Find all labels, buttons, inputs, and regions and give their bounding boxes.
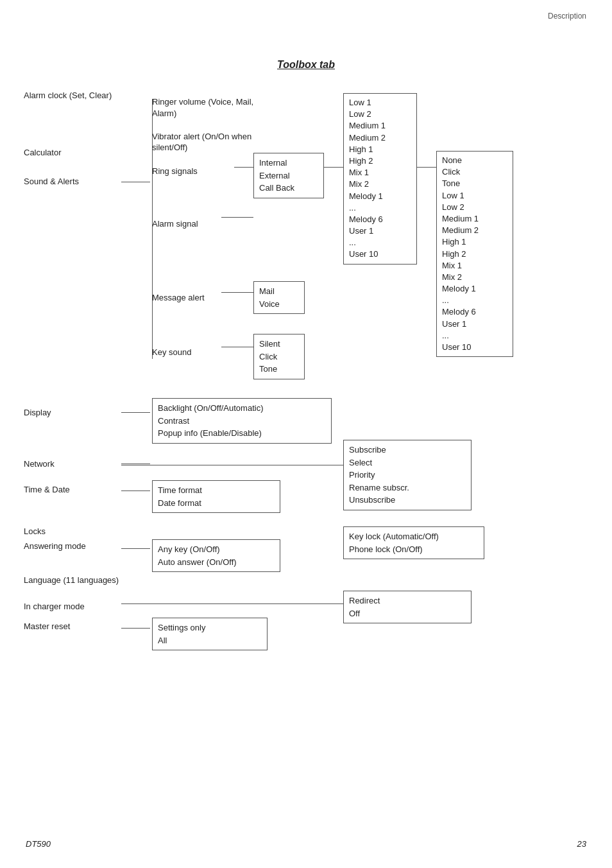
redirect-option: Redirect <box>349 595 466 607</box>
menu-master-reset: Master reset <box>24 621 70 631</box>
net-select-label: Select <box>349 458 372 467</box>
footer-left: DT590 <box>26 839 51 849</box>
ks-melody6: Melody 6 <box>442 306 507 318</box>
display-contrast-label: Contrast <box>158 416 189 426</box>
vol-ellipsis1: ... <box>349 202 411 214</box>
vol-med1: Medium 1 <box>349 120 411 132</box>
vol-low1: Low 1 <box>349 97 411 108</box>
network-submenu-box: Subscribe Select Priority Rename subscr.… <box>343 440 472 510</box>
line-answering <box>121 548 150 549</box>
menu-network: Network <box>24 459 55 469</box>
vol-user1-label: User 1 <box>349 226 373 236</box>
locks-label: Locks <box>24 526 46 536</box>
vol-low1-label: Low 1 <box>349 98 371 107</box>
ringer-volume-label: Ringer volume (Voice, Mail, Alarm) <box>152 97 253 118</box>
ks-mix2-label: Mix 2 <box>442 272 462 282</box>
net-select: Select <box>349 456 466 469</box>
mail-label: Mail <box>259 286 275 296</box>
answering-mode-label: Answering mode <box>24 541 86 551</box>
mail-option: Mail <box>259 285 299 298</box>
vol-mix1: Mix 1 <box>349 167 411 178</box>
display-popup-label: Popup info (Enable/Disable) <box>158 428 262 438</box>
silent-label: Silent <box>259 339 280 349</box>
settings-only-label: Settings only <box>158 623 205 632</box>
ks-high2-label: High 2 <box>442 249 466 259</box>
ks-click-label: Click <box>442 167 460 177</box>
ks-ellipsis2: ... <box>442 330 507 342</box>
ks-ellipsis1: ... <box>442 295 507 306</box>
ring-signals-label: Ring signals <box>152 166 198 176</box>
in-charger-mode-label: In charger mode <box>24 602 85 611</box>
vol-melody6: Melody 6 <box>349 214 411 225</box>
key-sound-label: Key sound <box>152 347 191 357</box>
ks-low1: Low 1 <box>442 190 507 202</box>
message-alert-box: Mail Voice <box>253 281 305 314</box>
key-sound-options-box: None Click Tone Low 1 Low 2 Medium 1 Med… <box>436 151 513 357</box>
key-sound-box: Silent Click Tone <box>253 334 305 379</box>
line-network <box>121 464 150 464</box>
line-alarm-signal <box>221 217 253 218</box>
vibrator-alert-item: Vibrator alert (On/On when silent/Off) <box>152 132 258 153</box>
line-network-box <box>121 465 343 465</box>
sound-alerts-label: Sound & Alerts <box>24 177 79 186</box>
menu-calculator: Calculator <box>24 148 62 157</box>
vol-med2: Medium 2 <box>349 132 411 144</box>
click-label: Click <box>259 352 277 361</box>
page-header: Description <box>0 0 612 21</box>
ks-low2-label: Low 2 <box>442 202 464 212</box>
menu-alarm-clock: Alarm clock (Set, Clear) <box>24 90 120 101</box>
ks-melody1: Melody 1 <box>442 283 507 295</box>
vol-melody1: Melody 1 <box>349 191 411 202</box>
voice-option: Voice <box>259 298 299 311</box>
vibrator-alert-label: Vibrator alert (On/On when silent/Off) <box>152 132 251 152</box>
line-ring-signals <box>234 167 253 168</box>
vol-mix2-label: Mix 2 <box>349 179 369 189</box>
menu-sound-alerts: Sound & Alerts <box>24 177 79 186</box>
ks-user1: User 1 <box>442 318 507 330</box>
phone-lock: Phone lock (On/Off) <box>349 543 479 556</box>
page-footer: DT590 23 <box>0 839 612 849</box>
footer-right: 23 <box>577 839 586 849</box>
ks-low2: Low 2 <box>442 202 507 213</box>
ks-low1-label: Low 1 <box>442 191 464 200</box>
display-backlight: Backlight (On/Off/Automatic) <box>158 402 326 415</box>
net-rename-label: Rename subscr. <box>349 483 409 492</box>
auto-answer-label: Auto answer (On/Off) <box>158 557 237 567</box>
network-label: Network <box>24 459 55 469</box>
redirect-label: Redirect <box>349 596 380 605</box>
vol-low2: Low 2 <box>349 108 411 120</box>
vol-ellipsis2: ... <box>349 237 411 248</box>
off-option: Off <box>349 607 466 620</box>
vol-med2-label: Medium 2 <box>349 133 386 143</box>
all-label: All <box>158 636 167 645</box>
volume-levels-box: Low 1 Low 2 Medium 1 Medium 2 High 1 Hig… <box>343 93 417 265</box>
vol-high2-label: High 2 <box>349 156 373 166</box>
line-redirect <box>121 603 343 604</box>
line-display <box>121 412 150 413</box>
callback-label: Call Back <box>259 183 294 193</box>
any-key: Any key (On/Off) <box>158 543 275 556</box>
net-subscribe-label: Subscribe <box>349 445 386 455</box>
ks-user10-label: User 10 <box>442 342 472 352</box>
page-title: Toolbox tab <box>0 59 612 71</box>
date-format-label: Date format <box>158 498 201 508</box>
display-submenu-box: Backlight (On/Off/Automatic) Contrast Po… <box>152 398 332 444</box>
line-to-keysound-opts <box>417 167 436 168</box>
diagram: Alarm clock (Set, Clear) Calculator Soun… <box>24 90 588 719</box>
ks-med2-label: Medium 2 <box>442 225 479 235</box>
silent-option: Silent <box>259 338 299 351</box>
time-date-submenu-box: Time format Date format <box>152 480 280 513</box>
ks-high2: High 2 <box>442 248 507 260</box>
ks-tone: Tone <box>442 178 507 189</box>
net-rename: Rename subscr. <box>349 482 466 494</box>
vol-high1: High 1 <box>349 144 411 155</box>
alarm-clock-label: Alarm clock (Set, Clear) <box>24 91 112 100</box>
line-key-sound <box>221 347 253 347</box>
vol-user10-label: User 10 <box>349 249 378 259</box>
line-message-alert <box>221 292 253 293</box>
ks-melody6-label: Melody 6 <box>442 307 476 317</box>
auto-answer: Auto answer (On/Off) <box>158 556 275 569</box>
voice-label: Voice <box>259 299 280 309</box>
any-key-label: Any key (On/Off) <box>158 544 220 554</box>
net-priority: Priority <box>349 469 466 482</box>
